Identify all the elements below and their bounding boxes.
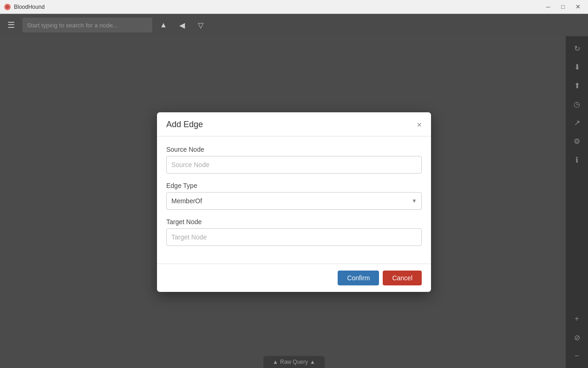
target-node-input[interactable]: [166, 228, 422, 246]
toolbar: ☰ ▲ ◀ ▽: [0, 14, 588, 36]
modal-header: Add Edge ×: [157, 112, 431, 136]
maximize-button[interactable]: □: [556, 2, 569, 12]
filter-button[interactable]: ▽: [193, 18, 208, 32]
close-button[interactable]: ✕: [571, 2, 584, 12]
source-node-group: Source Node: [166, 146, 422, 174]
source-node-label: Source Node: [166, 146, 422, 153]
minimize-button[interactable]: ─: [542, 2, 555, 12]
search-wrap: [22, 18, 152, 32]
edge-type-select[interactable]: MemberOf AdminTo HasSession TrustedBy Co…: [166, 192, 422, 210]
source-node-input[interactable]: [166, 156, 422, 174]
edge-type-label: Edge Type: [166, 182, 422, 189]
canvas-area: ↻ ⬇ ⬆ ◷ ↗ ⚙ ℹ + ⊘ − ▲ Raw Query ▲ Add Ed…: [0, 36, 588, 368]
app-icon: [4, 3, 11, 11]
modal-footer: Confirm Cancel: [157, 264, 431, 292]
modal-overlay: Add Edge × Source Node Edge Type MemberO…: [0, 36, 588, 368]
app-title: BloodHound: [14, 4, 45, 10]
modal-body: Source Node Edge Type MemberOf AdminTo H…: [157, 136, 431, 264]
title-bar: BloodHound ─ □ ✕: [0, 0, 588, 14]
menu-button[interactable]: ☰: [4, 18, 19, 32]
confirm-button[interactable]: Confirm: [338, 271, 379, 285]
add-edge-modal: Add Edge × Source Node Edge Type MemberO…: [157, 112, 431, 292]
target-node-label: Target Node: [166, 218, 422, 226]
modal-title: Add Edge: [166, 120, 203, 129]
modal-close-button[interactable]: ×: [417, 121, 422, 129]
target-node-group: Target Node: [166, 218, 422, 246]
svg-point-1: [6, 5, 9, 9]
search-input[interactable]: [27, 22, 148, 29]
pathfind-button[interactable]: ▲: [156, 18, 171, 32]
edge-type-group: Edge Type MemberOf AdminTo HasSession Tr…: [166, 182, 422, 210]
edge-type-select-wrap: MemberOf AdminTo HasSession TrustedBy Co…: [166, 192, 422, 210]
back-button[interactable]: ◀: [175, 18, 189, 32]
cancel-button[interactable]: Cancel: [383, 271, 422, 285]
